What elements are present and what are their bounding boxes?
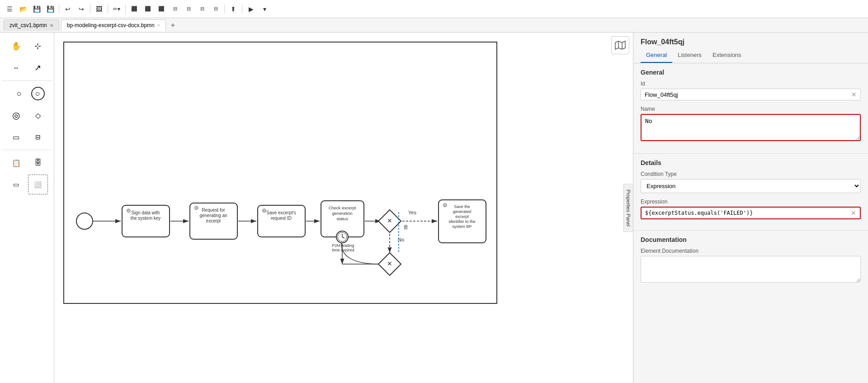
svg-text:Request for: Request for (202, 208, 225, 213)
bpmn-diagram: Sign data with the system key ⚙ Request … (64, 43, 498, 305)
tab-zvit-label: zvit_csv1.bpmn (9, 22, 47, 28)
edit-button[interactable]: ✏▾ (111, 3, 123, 15)
separator-1 (59, 5, 59, 14)
svg-text:Save excerpt's: Save excerpt's (266, 210, 296, 215)
svg-text:⚙: ⚙ (194, 205, 199, 211)
separator-6 (242, 5, 242, 14)
condition-type-select[interactable]: Expression Script None (641, 179, 861, 193)
hand-tool[interactable]: ✋ (6, 36, 26, 56)
expression-input[interactable] (645, 210, 851, 216)
circle-tool[interactable]: ○ (9, 84, 29, 104)
svg-text:Yes: Yes (408, 210, 416, 215)
name-field-group: Name No (641, 106, 861, 142)
align-left-button[interactable]: ⊟ (196, 3, 208, 15)
tab-extensions[interactable]: Extensions (707, 48, 747, 63)
expression-clear-button[interactable]: ✕ (851, 209, 856, 217)
expression-field-group: Expression ✕ (641, 199, 861, 219)
tab-bp-modeling-close[interactable]: ○ (157, 23, 160, 28)
tool-divider-1 (2, 80, 52, 81)
distribute-h-button[interactable]: ⊟ (169, 3, 181, 15)
connect-tool[interactable]: ↔ (6, 58, 26, 78)
align-center-button[interactable]: ⬛ (142, 3, 154, 15)
select-tool[interactable]: ⊹ (28, 36, 48, 56)
more-button[interactable]: ▾ (259, 3, 270, 15)
distribute-v-button[interactable]: ⊟ (183, 3, 194, 15)
svg-text:Check excerpt: Check excerpt (329, 205, 356, 210)
id-clear-button[interactable]: ✕ (851, 91, 857, 98)
main-area: ✋ ⊹ ↔ ↗ ○ ○ ◎ ◇ ▭ ⊟ 📋 🗄 ▭ ⬜ (0, 33, 868, 383)
rect-sub-tool[interactable]: ⊟ (28, 127, 48, 147)
canvas-inner: Sign data with the system key ⚙ Request … (63, 42, 497, 304)
panel-tabs: General Listeners Extensions (633, 48, 868, 63)
redo-button[interactable]: ↪ (75, 3, 87, 15)
svg-text:excerpt: excerpt (206, 218, 221, 223)
tool-row-5: ▭ ⊟ (6, 127, 48, 147)
tab-bp-modeling-label: bp-modeling-excerpt-csv-docx.bpmn (67, 22, 155, 28)
database-tool[interactable]: 🗄 (28, 153, 48, 173)
minimap-icon[interactable] (611, 36, 629, 54)
align-bottom-button[interactable]: ⬛ (156, 3, 167, 15)
separator-5 (224, 5, 225, 14)
name-textarea[interactable]: No (641, 114, 861, 141)
tab-general[interactable]: General (641, 48, 672, 63)
undo-button[interactable]: ↩ (62, 3, 74, 15)
tab-zvit[interactable]: zvit_csv1.bpmn ✕ (4, 19, 59, 31)
svg-text:⚙: ⚙ (126, 208, 131, 214)
svg-text:time expired: time expired (332, 248, 354, 252)
run-button[interactable]: ▶ (245, 3, 257, 15)
right-panel: Flow_04ft5qj General Listeners Extension… (633, 33, 868, 383)
tab-add-button[interactable]: + (168, 20, 178, 31)
tool-row-7: ▭ ⬜ (6, 175, 48, 194)
documentation-section: Documentation Element Documentation (633, 230, 868, 295)
svg-text:system BP: system BP (452, 224, 472, 229)
condition-type-label: Condition Type (641, 171, 861, 177)
tool-row-4: ◎ ◇ (6, 105, 48, 125)
svg-text:status: status (336, 216, 348, 221)
rect2-tool[interactable]: ▭ (6, 175, 26, 194)
menu-button[interactable]: ☰ (4, 3, 15, 15)
left-toolbar: ✋ ⊹ ↔ ↗ ○ ○ ◎ ◇ ▭ ⊟ 📋 🗄 ▭ ⬜ (0, 33, 54, 383)
circle-thick-tool[interactable]: ◎ (6, 105, 26, 125)
tab-zvit-close[interactable]: ✕ (50, 23, 53, 28)
open-button[interactable]: 📂 (17, 3, 29, 15)
tabs-bar: zvit_csv1.bpmn ✕ bp-modeling-excerpt-csv… (0, 18, 868, 33)
tab-listeners[interactable]: Listeners (672, 48, 707, 63)
separator-3 (108, 5, 108, 14)
properties-panel-tab[interactable]: Properties Panel (623, 184, 633, 232)
svg-text:⚙: ⚙ (443, 202, 448, 208)
align-top-button[interactable]: ⬛ (128, 3, 140, 15)
image-button[interactable]: 🖼 (93, 3, 105, 15)
svg-text:✕: ✕ (387, 217, 392, 224)
tool-row-6: 📋 🗄 (6, 153, 48, 173)
circle-border-tool[interactable]: ○ (31, 87, 45, 100)
svg-text:⚙: ⚙ (262, 208, 267, 214)
svg-text:identifier to the: identifier to the (448, 219, 475, 224)
element-doc-textarea[interactable] (641, 256, 861, 283)
align-right-button[interactable]: ⊟ (210, 3, 222, 15)
dashed-rect-tool[interactable]: ⬜ (28, 175, 48, 194)
id-input[interactable] (645, 91, 851, 98)
general-section-title: General (641, 69, 861, 76)
documentation-section-title: Documentation (641, 236, 861, 243)
rect-tool[interactable]: ▭ (6, 127, 26, 147)
main-toolbar: ☰ 📂 💾 💾 ↩ ↪ 🖼 ✏▾ ⬛ ⬛ ⬛ ⊟ ⊟ ⊟ ⊟ ⬆ ▶ ▾ (0, 0, 868, 18)
details-section: Details Condition Type Expression Script… (633, 153, 868, 230)
canvas-area[interactable]: Sign data with the system key ⚙ Request … (54, 33, 633, 383)
svg-text:generation: generation (332, 211, 353, 216)
svg-text:the system key: the system key (131, 216, 161, 221)
svg-text:generating an: generating an (199, 213, 227, 218)
svg-text:P2M waiting: P2M waiting (332, 243, 354, 248)
general-section: General Id ✕ Name No (633, 63, 868, 153)
panel-title: Flow_04ft5qj (633, 33, 868, 48)
save-button[interactable]: 💾 (31, 3, 42, 15)
tab-bp-modeling[interactable]: bp-modeling-excerpt-csv-docx.bpmn ○ (61, 19, 166, 31)
svg-text:Sign data with: Sign data with (132, 210, 160, 215)
diamond-tool[interactable]: ◇ (28, 105, 48, 125)
expression-label: Expression (641, 199, 861, 205)
document-tool[interactable]: 📋 (6, 153, 26, 173)
save-as-button[interactable]: 💾 (44, 3, 56, 15)
svg-text:excerpt: excerpt (455, 214, 469, 219)
arrow-tool[interactable]: ↗ (28, 58, 48, 78)
upload-button[interactable]: ⬆ (227, 3, 239, 15)
condition-type-group: Condition Type Expression Script None (641, 171, 861, 193)
